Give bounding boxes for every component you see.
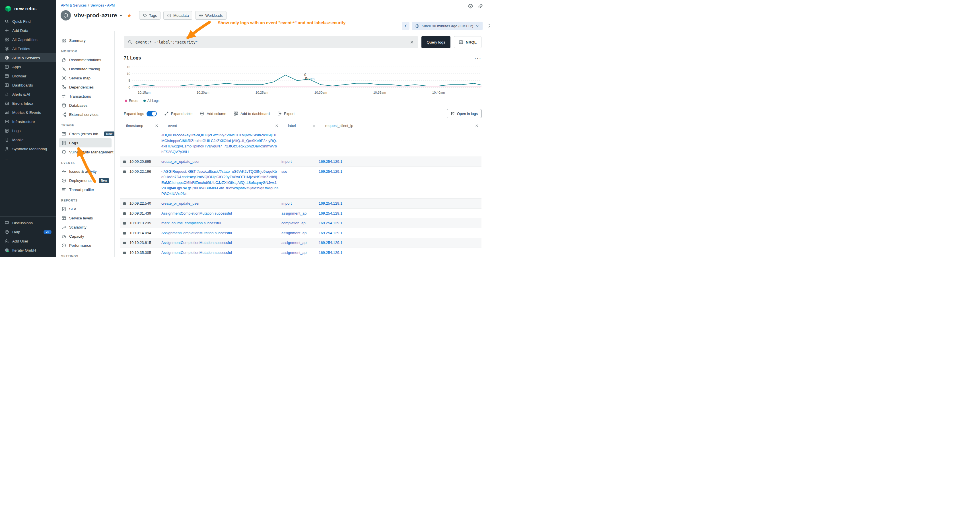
event-link[interactable]: create_or_update_user [161,159,199,164]
sidebar-item-discussions[interactable]: Discussions [0,218,56,228]
event-link[interactable]: AssignmentCompletionMutation successful [161,250,232,255]
sidebar-item-logs[interactable]: Logs [0,126,56,135]
event-link[interactable]: JUQVU&code=eyJraWQiOiJjcGltY29yZV8wOTl1M… [161,133,277,154]
sidebar-item-infrastructure[interactable]: Infrastructure [0,117,56,126]
nav-item-capacity[interactable]: Capacity [59,232,111,241]
metadata-button[interactable]: Metadata [163,11,192,20]
open-in-logs-button[interactable]: Open in logs [447,109,482,118]
sidebar-item-iterativ-gmbh[interactable]: Iterativ GmbH [0,246,56,255]
remove-column-icon[interactable] [275,124,278,127]
export-button[interactable]: Export [277,111,295,116]
label-link[interactable]: assignment_api [282,240,307,245]
add-column-button[interactable]: Add column [200,111,226,116]
row-select-icon[interactable] [123,212,126,215]
ip-link[interactable]: 169.254.129.1 [319,221,342,225]
label-link[interactable]: assignment_api [282,231,307,235]
sidebar-item-synthetic-monitoring[interactable]: Synthetic Monitoring [0,144,56,153]
clear-query-icon[interactable] [410,40,414,45]
workloads-button[interactable]: Workloads [195,11,226,20]
nav-item-performance[interactable]: Performance [59,241,111,250]
expand-table-button[interactable]: Expand table [164,111,192,116]
nav-item-thread-profiler[interactable]: Thread profiler [59,185,111,194]
nav-item-external-services[interactable]: External services [59,110,111,119]
row-select-icon[interactable] [123,202,126,205]
remove-column-icon[interactable] [155,124,159,127]
nav-item-errors-errors-inb[interactable]: Errors (errors inb...New [59,129,111,138]
breadcrumb-link[interactable]: Services - APM [91,3,115,7]
sidebar-item-add-user[interactable]: Add User [0,237,56,246]
sidebar-item-browser[interactable]: Browser [0,72,56,81]
log-row[interactable]: 10:10:23.815AssignmentCompletionMutation… [120,238,482,248]
sidebar-item-apps[interactable]: Apps [0,62,56,72]
row-select-icon[interactable] [123,161,126,163]
label-link[interactable]: import [282,159,292,164]
event-link[interactable]: AssignmentCompletionMutation successful [161,240,232,245]
nav-item-vulnerability-management[interactable]: Vulnerability Management [59,147,111,156]
ip-link[interactable]: 169.254.129.1 [319,231,342,235]
remove-column-icon[interactable] [312,124,316,127]
logs-timeseries-chart[interactable]: 05101510:15am10:20am10:25am10:30am10:35a… [124,63,482,98]
row-select-icon[interactable] [123,242,126,244]
event-link[interactable]: <ASGIRequest: GET '/sso/callback/?state=… [161,169,278,196]
permalink-icon[interactable] [478,3,483,9]
column-header-event[interactable]: event [161,121,282,130]
column-header-label[interactable]: label [282,121,319,130]
nav-item-distributed-tracing[interactable]: Distributed tracing [59,64,111,73]
sidebar-item-errors-inbox[interactable]: Errors Inbox [0,99,56,108]
log-row[interactable]: 10:10:14.094AssignmentCompletionMutation… [120,228,482,238]
ip-link[interactable]: 169.254.129.1 [319,159,342,164]
sidebar-item-add-data[interactable]: Add Data [0,26,56,35]
breadcrumb-link[interactable]: APM & Services [61,3,86,7]
row-select-icon[interactable] [123,170,126,173]
more-menu-icon[interactable]: ··· [474,56,482,59]
nav-item-databases[interactable]: Databases [59,101,111,110]
event-link[interactable]: create_or_update_user [161,201,199,205]
sidebar-item-item[interactable]: ... [0,153,56,162]
label-link[interactable]: import [282,201,292,205]
expand-logs-toggle[interactable] [146,111,157,116]
row-select-icon[interactable] [123,232,126,234]
nav-item-scalability[interactable]: Scalability [59,223,111,232]
nav-item-issues-activity[interactable]: Issues & activity [59,167,111,176]
sidebar-item-help[interactable]: Help70 [0,228,56,237]
log-row[interactable]: 10:10:35.305AssignmentCompletionMutation… [120,248,482,257]
label-link[interactable]: completion_api [282,221,306,225]
event-link[interactable]: mark_course_completion successful [161,221,221,225]
log-row[interactable]: JUQVU&code=eyJraWQiOiJjcGltY29yZV8wOTl1M… [120,130,482,157]
newrelic-logo[interactable]: new relic. [0,3,56,17]
column-header-request-client-ip[interactable]: request_client_ip [319,121,482,130]
row-select-icon[interactable] [123,222,126,224]
tags-button[interactable]: Tags [139,11,161,20]
row-select-icon[interactable] [123,251,126,254]
sidebar-item-mobile[interactable]: Mobile [0,135,56,144]
ip-link[interactable]: 169.254.129.1 [319,201,342,205]
log-row[interactable]: 10:09:31.439AssignmentCompletionMutation… [120,208,482,219]
nav-item-dependencies[interactable]: Dependencies [59,83,111,92]
nrql-button[interactable]: NRQL [454,36,482,48]
time-forward-button[interactable] [487,23,490,29]
nav-item-service-map[interactable]: Service map [59,73,111,83]
sidebar-item-alerts-ai[interactable]: Alerts & AI [0,90,56,99]
label-link[interactable]: assignment_api [282,211,307,215]
chevron-down-icon[interactable] [119,13,123,18]
query-logs-button[interactable]: Query logs [422,36,450,48]
favorite-star-icon[interactable]: ★ [127,13,132,18]
legend-item-all-logs[interactable]: All Logs [143,99,160,103]
sidebar-item-apm-services[interactable]: APM & Services [0,53,56,62]
event-link[interactable]: AssignmentCompletionMutation successful [161,211,232,215]
ip-link[interactable]: 169.254.129.1 [319,250,342,255]
sidebar-item-dashboards[interactable]: Dashboards [0,81,56,90]
label-link[interactable]: assignment_api [282,250,307,255]
label-link[interactable]: sso [282,169,287,173]
ip-link[interactable]: 169.254.129.1 [319,240,342,245]
ip-link[interactable]: 169.254.129.1 [319,211,342,215]
sidebar-item-all-capabilities[interactable]: All Capabilities [0,35,56,44]
log-row[interactable]: 10:09:22.540create_or_update_userimport1… [120,199,482,208]
page-title[interactable]: vbv-prod-azure [74,12,117,19]
nav-item-sla[interactable]: SLA [59,204,111,213]
log-row[interactable]: 10:10:13.235mark_course_completion succe… [120,218,482,228]
nav-item-summary[interactable]: Summary [59,36,111,45]
nav-item-logs[interactable]: Logs [59,138,111,147]
time-back-button[interactable] [402,22,409,30]
log-row[interactable]: 10:09:22.196<ASGIRequest: GET '/sso/call… [120,167,482,199]
